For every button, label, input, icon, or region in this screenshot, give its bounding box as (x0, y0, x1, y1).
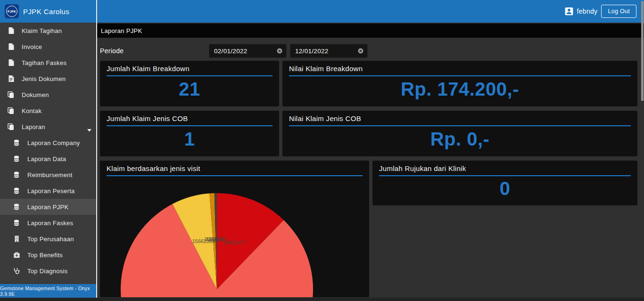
main-content: Laporan PJPK Periode Jumlah Klaim Breakd… (97, 23, 644, 298)
card-value: Rp. 0,- (289, 126, 631, 156)
copy-icon (7, 91, 15, 98)
sidebar-divider (96, 0, 97, 298)
sidebar-item-klaim-tagihan[interactable]: Klaim Tagihan (0, 23, 96, 39)
stat-card-jumlah-klaim-breakdown: Jumlah Klaim Breakdown 21 (100, 61, 279, 106)
file-icon (7, 59, 15, 66)
file-lines-icon (7, 75, 15, 82)
card-title: Jumlah Klaim Jenis COB (107, 114, 272, 126)
sidebar-item-jenis-dokumen[interactable]: Jenis Dokumen (0, 71, 96, 87)
logo-circle: PJPK (6, 6, 17, 17)
stat-card-nilai-klaim-jenis-cob: Nilai Klaim Jenis COB Rp. 0,- (282, 111, 637, 156)
periode-filter-row: Periode (100, 44, 637, 58)
sidebar-item-laporan-faskes[interactable]: Laporan Faskes (0, 215, 96, 231)
user-avatar-icon (565, 7, 573, 16)
sidebar-item-top-diagnosis[interactable]: Top Diagnosis (0, 263, 96, 279)
sidebar-item-invoice[interactable]: Invoice (0, 39, 96, 55)
database-icon (13, 139, 20, 146)
app-version-footer: Gemstone Management System - Onyx 3.9.9E (0, 284, 96, 298)
file-icon (7, 27, 15, 34)
sidebar-item-reimbursement[interactable]: Reimbursement (0, 167, 96, 183)
stethoscope-icon (13, 267, 20, 275)
date-to-input[interactable] (290, 44, 368, 58)
breadcrumb: Laporan PJPK (97, 24, 644, 38)
copy-icon (7, 123, 15, 130)
database-icon (13, 187, 20, 195)
medical-bag-icon (13, 251, 20, 259)
stat-card-jumlah-klaim-jenis-cob: Jumlah Klaim Jenis COB 1 (100, 111, 279, 156)
pie-chart: 298514771566236420000001000000 (107, 176, 363, 297)
bottom-edge-strip (0, 298, 644, 301)
date-from-input[interactable] (209, 44, 287, 58)
card-value: 21 (107, 76, 272, 106)
card-title: Nilai Klaim Jenis COB (289, 114, 631, 126)
card-value: 1 (107, 126, 272, 156)
sidebar-item-tagihan-faskes[interactable]: Tagihan Faskes (0, 55, 96, 71)
clear-date-to-icon[interactable] (357, 48, 364, 54)
sidebar-item-laporan-company[interactable]: Laporan Company (0, 135, 96, 151)
sidebar-item-laporan-data[interactable]: Laporan Data (0, 151, 96, 167)
app-logo: PJPK (5, 4, 19, 18)
card-value: 0 (379, 176, 631, 205)
pie-chart-card: Klaim berdasarkan jenis visit 2985147715… (100, 161, 369, 297)
vertical-scrollbar-thumb[interactable] (641, 1, 644, 101)
sidebar-item-laporan[interactable]: Laporan (0, 119, 96, 135)
card-value: Rp. 174.200,- (289, 76, 631, 106)
sidebar-item-laporan-pjpk[interactable]: Laporan PJPK (0, 199, 96, 215)
card-title: Jumlah Klaim Breakdown (107, 65, 272, 76)
building-icon (13, 235, 20, 243)
card-title: Nilai Klaim Breakdown (289, 65, 631, 76)
username: febndy (577, 8, 598, 15)
database-icon (13, 203, 20, 211)
sidebar-item-laporan-peserta[interactable]: Laporan Peserta (0, 183, 96, 199)
chevron-down-icon (87, 125, 91, 134)
database-icon (13, 155, 20, 163)
app-title: PJPK Carolus (23, 8, 69, 16)
file-icon (7, 43, 15, 50)
card-title: Jumlah Rujukan dari Klinik (379, 164, 631, 176)
clear-date-from-icon[interactable] (276, 48, 283, 54)
sidebar-item-kontak[interactable]: Kontak (0, 103, 96, 119)
copy-icon (7, 107, 15, 114)
periode-label: Periode (100, 47, 209, 55)
stat-card-jumlah-rujukan-dari-klinik: Jumlah Rujukan dari Klinik 0 (372, 161, 637, 205)
brand-area: PJPK PJPK Carolus (0, 4, 96, 18)
database-icon (13, 219, 20, 227)
logo-text: PJPK (8, 10, 16, 13)
pie-chart-svg: 298514771566236420000001000000 (100, 161, 369, 297)
database-icon (13, 171, 20, 179)
pie-slice-label: 1000000 (206, 236, 226, 242)
stat-card-nilai-klaim-breakdown: Nilai Klaim Breakdown Rp. 174.200,- (282, 61, 637, 106)
sidebar-item-dokumen[interactable]: Dokumen (0, 87, 96, 103)
pie-slice-label: 29851477 (223, 240, 247, 245)
sidebar-item-top-perusahaan[interactable]: Top Perusahaan (0, 231, 96, 247)
logout-button[interactable]: Log Out (601, 5, 636, 18)
sidebar: Klaim Tagihan Invoice Tagihan Faskes Jen… (0, 23, 96, 298)
sidebar-item-top-benefits[interactable]: Top Benefits (0, 247, 96, 263)
page-title: Laporan PJPK (101, 27, 142, 34)
